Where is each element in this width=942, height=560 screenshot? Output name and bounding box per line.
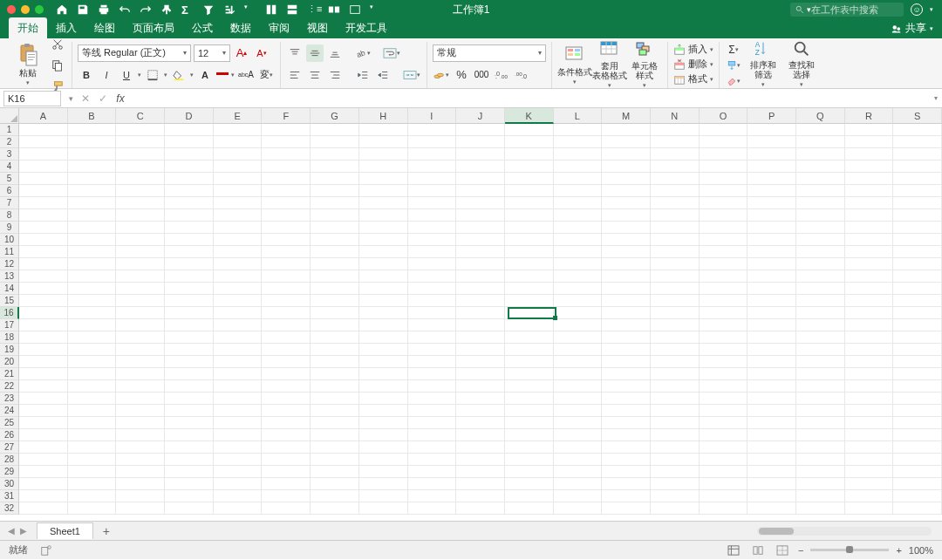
cell[interactable] [165, 429, 214, 441]
cancel-formula-button[interactable]: ✕ [77, 92, 94, 105]
row-header[interactable]: 8 [0, 209, 19, 222]
cell[interactable] [456, 124, 505, 136]
cell[interactable] [165, 209, 214, 222]
cell[interactable] [408, 368, 457, 380]
cell[interactable] [602, 417, 651, 429]
cell[interactable] [116, 478, 165, 490]
cell[interactable] [165, 197, 214, 209]
align-center-button[interactable] [306, 66, 324, 84]
row-header[interactable]: 30 [0, 478, 19, 490]
underline-button[interactable]: U [118, 66, 135, 84]
sum-icon[interactable]: Σ [181, 3, 194, 16]
cell[interactable] [68, 258, 117, 270]
cell[interactable] [116, 319, 165, 331]
row-header[interactable]: 20 [0, 356, 19, 368]
tab-developer[interactable]: 开发工具 [337, 17, 396, 38]
zoom-slider[interactable] [810, 549, 889, 551]
cell[interactable] [359, 197, 408, 209]
row-header[interactable]: 11 [0, 246, 19, 258]
cell[interactable] [408, 160, 457, 173]
cell[interactable] [796, 234, 845, 246]
cell[interactable] [359, 454, 408, 466]
cell[interactable] [68, 246, 117, 258]
cell[interactable] [651, 490, 700, 502]
cell[interactable] [19, 319, 68, 331]
cell[interactable] [845, 368, 894, 380]
cell[interactable] [554, 197, 603, 209]
cell[interactable] [796, 405, 845, 417]
cell[interactable] [19, 380, 68, 393]
cell[interactable] [505, 234, 554, 246]
cell[interactable] [262, 283, 311, 295]
cell[interactable] [602, 441, 651, 454]
cell[interactable] [796, 222, 845, 234]
cell[interactable] [311, 393, 359, 405]
cell[interactable] [893, 441, 942, 454]
qat-icon-2[interactable] [286, 3, 298, 16]
cell[interactable] [165, 270, 214, 283]
cell[interactable] [602, 222, 651, 234]
cell[interactable] [747, 136, 796, 148]
cell[interactable] [68, 136, 117, 148]
cell[interactable] [456, 417, 505, 429]
cell[interactable] [165, 393, 214, 405]
cell[interactable] [893, 246, 942, 258]
row-header[interactable]: 2 [0, 136, 19, 148]
cell[interactable] [68, 441, 117, 454]
cell[interactable] [747, 417, 796, 429]
cell[interactable] [262, 502, 311, 515]
cell[interactable] [19, 258, 68, 270]
cell[interactable] [68, 356, 117, 368]
cell[interactable] [505, 222, 554, 234]
cell[interactable] [214, 173, 263, 185]
cell-style-button[interactable]: 单元格 样式▾ [627, 42, 662, 85]
cell[interactable] [845, 380, 894, 393]
cell[interactable] [165, 283, 214, 295]
cell[interactable] [214, 185, 263, 197]
cell[interactable] [893, 148, 942, 160]
cell[interactable] [408, 197, 457, 209]
cell[interactable] [456, 283, 505, 295]
cell[interactable] [651, 270, 700, 283]
qat-icon-1[interactable] [265, 3, 277, 16]
cell[interactable] [165, 331, 214, 344]
cell[interactable] [359, 478, 408, 490]
cell[interactable] [19, 405, 68, 417]
column-header[interactable]: E [214, 108, 263, 124]
cell[interactable] [554, 209, 603, 222]
cell[interactable] [554, 319, 603, 331]
row-header[interactable]: 5 [0, 173, 19, 185]
cell[interactable] [311, 441, 359, 454]
cell[interactable] [408, 185, 457, 197]
cell[interactable] [214, 307, 263, 319]
conditional-format-button[interactable]: 条件格式▾ [557, 42, 592, 85]
column-header[interactable]: G [311, 108, 359, 124]
cell[interactable] [311, 478, 359, 490]
sort-icon[interactable] [223, 3, 236, 16]
cell[interactable] [700, 197, 748, 209]
align-top-button[interactable] [286, 44, 304, 62]
cell[interactable] [700, 148, 748, 160]
column-header[interactable]: A [19, 108, 68, 124]
column-header[interactable]: O [700, 108, 748, 124]
cell[interactable] [747, 405, 796, 417]
account-icon[interactable]: ☺ [911, 3, 923, 16]
cell[interactable] [651, 295, 700, 307]
cell[interactable] [700, 502, 748, 515]
cell[interactable] [116, 124, 165, 136]
cell[interactable] [651, 222, 700, 234]
cell[interactable] [602, 185, 651, 197]
cell[interactable] [456, 454, 505, 466]
cell[interactable] [845, 478, 894, 490]
cell[interactable] [262, 478, 311, 490]
filter-icon[interactable] [202, 3, 215, 16]
cell[interactable] [68, 295, 117, 307]
cell[interactable] [700, 209, 748, 222]
autosum-button[interactable]: Σ▾ [725, 42, 742, 57]
row-header[interactable]: 1 [0, 124, 19, 136]
cell[interactable] [456, 368, 505, 380]
cell[interactable] [214, 502, 263, 515]
cell[interactable] [505, 454, 554, 466]
zoom-out-button[interactable]: − [798, 545, 803, 556]
cell[interactable] [262, 417, 311, 429]
